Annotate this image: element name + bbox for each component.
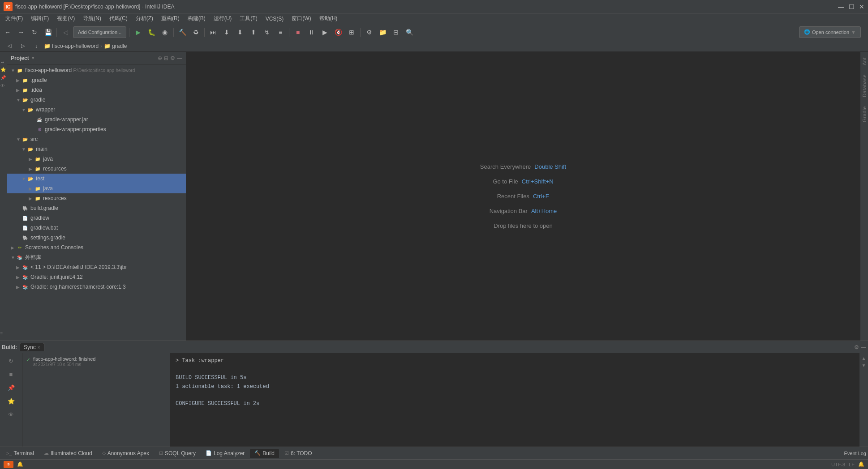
project-dropdown-icon[interactable]: ▼ <box>31 55 35 60</box>
tree-item-test[interactable]: ▼ 📂 test <box>7 174 186 183</box>
toolbar-layout-btn[interactable]: ⊟ <box>390 26 402 38</box>
right-panel-database[interactable]: Database <box>861 71 868 101</box>
add-config-button[interactable]: Add Configuration... <box>73 26 126 38</box>
left-eye-icon[interactable]: 👁 <box>0 83 7 90</box>
maximize-button[interactable]: ☐ <box>849 3 855 10</box>
minimize-button[interactable]: — <box>838 3 844 10</box>
sync-tab[interactable]: Sync × <box>20 343 44 351</box>
toolbar-step-into-btn[interactable]: ⬇ <box>221 26 232 38</box>
panel-action-collapse[interactable]: ⊕ <box>158 55 162 61</box>
toolbar-eval-btn[interactable]: ≡ <box>275 26 286 38</box>
tree-item-main[interactable]: ▼ 📂 main <box>7 144 186 154</box>
toolbar-coverage-btn[interactable]: ◉ <box>159 26 171 38</box>
tree-item-dotgradle[interactable]: ▶ 📁 .gradle <box>7 75 186 85</box>
toolbar-debug-btn[interactable]: 🐛 <box>146 26 157 38</box>
tree-item-build-gradle[interactable]: ▶ 🐘 build.gradle <box>7 203 186 213</box>
close-button[interactable]: ✕ <box>859 3 864 10</box>
toolbar-step-out-btn[interactable]: ⬆ <box>248 26 259 38</box>
build-sidebar-stop[interactable]: ■ <box>5 368 17 380</box>
status-notifications2[interactable]: 🔔 <box>858 461 864 467</box>
menu-view[interactable]: 视图(V) <box>53 14 78 23</box>
toolbar-run-btn[interactable]: ▶ <box>132 26 144 38</box>
tree-item-gradle-wrapper-props[interactable]: ▶ ⚙ gradle-wrapper.properties <box>7 124 186 134</box>
panel-action-settings[interactable]: ⚙ <box>170 55 175 61</box>
event-log-label[interactable]: Event Log <box>844 451 866 456</box>
toolbar-rebuild-btn[interactable]: ♻ <box>190 26 202 38</box>
left-pin-icon[interactable]: 📌 <box>0 75 7 81</box>
tree-item-scratches[interactable]: ▶ ✏ Scratches and Consoles <box>7 243 186 252</box>
status-sonar[interactable]: S <box>4 461 13 468</box>
tree-item-external-libs[interactable]: ▼ 📚 外部库 <box>7 252 186 262</box>
tab-todo[interactable]: ☑ 6: TODO <box>280 449 317 458</box>
toolbar-run-cursor-btn[interactable]: ↯ <box>261 26 273 38</box>
build-sidebar-eye[interactable]: 👁 <box>5 409 17 420</box>
tree-root[interactable]: ▼ 📁 fisco-app-helloword F:\Desktop\fisco… <box>7 65 186 75</box>
menu-navigate[interactable]: 导航(N) <box>79 14 105 23</box>
right-panel-gradle[interactable]: Gradle <box>861 102 868 126</box>
menu-file[interactable]: 文件(F) <box>2 14 26 23</box>
menu-analyze[interactable]: 分析(Z) <box>132 14 157 23</box>
toolbar-back-btn[interactable]: ← <box>2 26 13 38</box>
panel-action-close[interactable]: — <box>177 55 182 61</box>
toolbar-build-btn[interactable]: 🔨 <box>176 26 188 38</box>
menu-window[interactable]: 窗口(W) <box>288 14 314 23</box>
status-encoding[interactable]: UTF-8 <box>831 462 845 467</box>
build-sidebar-pin[interactable]: 📌 <box>5 382 17 393</box>
tree-item-gradle[interactable]: ▼ 📂 gradle <box>7 95 186 105</box>
build-sidebar-star[interactable]: ⭐ <box>5 395 17 407</box>
menu-code[interactable]: 代码(C) <box>106 14 131 23</box>
toolbar-undo-btn[interactable]: ◁ <box>60 26 71 38</box>
tree-item-src[interactable]: ▼ 📂 src <box>7 134 186 144</box>
menu-build[interactable]: 构建(B) <box>184 14 209 23</box>
navbar-forward-btn[interactable]: ▷ <box>17 40 29 52</box>
right-panel-ant[interactable]: Ant <box>861 54 868 69</box>
status-notifications[interactable]: 🔔 <box>17 461 23 467</box>
tree-item-hamcrest[interactable]: ▶ 📚 Gradle: org.hamcrest:hamcrest-core:1… <box>7 282 186 292</box>
build-minimize-icon[interactable]: — <box>861 344 866 350</box>
left-structure-icon[interactable]: ≡ <box>0 331 7 337</box>
toolbar-step-over-btn[interactable]: ⏭ <box>207 26 219 38</box>
tree-item-idea[interactable]: ▶ 📁 .idea <box>7 85 186 95</box>
tree-item-main-resources[interactable]: ▶ 📁 resources <box>7 164 186 174</box>
toolbar-folder-btn[interactable]: 📁 <box>377 26 388 38</box>
tree-item-junit[interactable]: ▶ 📚 Gradle: junit:junit:4.12 <box>7 272 186 282</box>
toolbar-force-step-btn[interactable]: ⬇ <box>234 26 246 38</box>
tree-item-gradle-wrapper-jar[interactable]: ▶ ☕ gradle-wrapper.jar <box>7 115 186 124</box>
toolbar-settings-btn[interactable]: ⚙ <box>363 26 375 38</box>
tab-terminal[interactable]: >_ Terminal <box>2 449 39 458</box>
breadcrumb-folder-name[interactable]: gradle <box>112 43 127 49</box>
status-line-sep[interactable]: LF <box>849 462 855 467</box>
menu-help[interactable]: 帮助(H) <box>316 14 341 23</box>
build-list-item[interactable]: ✓ fisco-app-helloword: finished at 2021/… <box>22 355 170 368</box>
left-project-icon[interactable]: 1 <box>0 57 7 64</box>
navbar-history-btn[interactable]: ↓ <box>30 40 42 52</box>
tree-item-settings-gradle[interactable]: ▶ 🐘 settings.gradle <box>7 233 186 243</box>
menu-refactor[interactable]: 重构(R) <box>158 14 183 23</box>
sync-tab-close[interactable]: × <box>38 345 40 350</box>
tree-item-jbr[interactable]: ▶ 📚 < 11 > D:\IDEA\IntelliJ IDEA 2019.3.… <box>7 262 186 272</box>
tree-item-test-java[interactable]: ▶ 📁 java <box>7 183 186 193</box>
tab-soql-query[interactable]: ⊞ SOQL Query <box>155 449 200 458</box>
toolbar-stop-btn[interactable]: ■ <box>292 26 304 38</box>
tree-item-gradlew-bat[interactable]: ▶ 📄 gradlew.bat <box>7 223 186 233</box>
toolbar-pause-btn[interactable]: ⏸ <box>305 26 317 38</box>
tree-item-test-resources[interactable]: ▶ 📁 resources <box>7 193 186 203</box>
toolbar-forward-btn[interactable]: → <box>15 26 27 38</box>
tab-log-analyzer[interactable]: 📄 Log Analyzer <box>201 449 249 458</box>
tree-item-gradlew[interactable]: ▶ 📄 gradlew <box>7 213 186 223</box>
menu-run[interactable]: 运行(U) <box>210 14 236 23</box>
tab-build[interactable]: 🔨 Build <box>250 449 279 458</box>
left-bookmark-icon[interactable]: ⭐ <box>0 67 7 73</box>
tree-item-wrapper[interactable]: ▼ 📂 wrapper <box>7 105 186 115</box>
toolbar-resume-btn[interactable]: ▶ <box>319 26 331 38</box>
build-right-down-btn[interactable]: ▼ <box>861 362 867 368</box>
navbar-back-btn[interactable]: ◁ <box>4 40 15 52</box>
build-right-up-btn[interactable]: ▲ <box>861 355 867 361</box>
toolbar-save-btn[interactable]: 💾 <box>42 26 54 38</box>
toolbar-frames-btn[interactable]: ⊞ <box>346 26 357 38</box>
tree-item-main-java[interactable]: ▶ 📁 java <box>7 154 186 164</box>
menu-tools[interactable]: 工具(T) <box>236 14 261 23</box>
toolbar-search-btn[interactable]: 🔍 <box>404 26 415 38</box>
tab-anonymous-apex[interactable]: ◇ Anonymous Apex <box>98 449 154 458</box>
build-sidebar-refresh[interactable]: ↻ <box>5 355 17 367</box>
